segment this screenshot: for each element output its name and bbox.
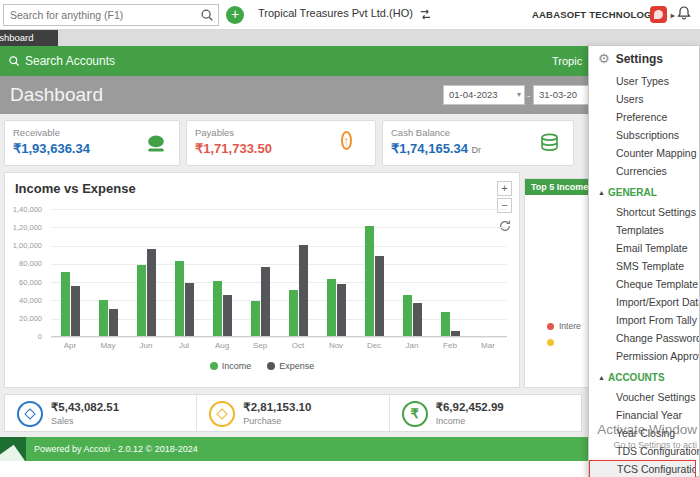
tab-label: Dashboard bbox=[0, 30, 33, 46]
settings-item-financial-year[interactable]: Financial Year bbox=[589, 406, 699, 424]
chevron-right-icon: ▸ bbox=[671, 11, 675, 20]
settings-item-users[interactable]: Users bbox=[589, 90, 699, 108]
purchase-label: Purchase bbox=[243, 416, 281, 426]
income-summary: ₹ ₹6,92,452.99 Income bbox=[390, 395, 581, 431]
x-tick: Dec bbox=[355, 341, 393, 350]
x-tick: Aug bbox=[203, 341, 241, 350]
org-name: AABASOFT TECHNOLOGIES bbox=[532, 9, 668, 20]
bar-expense-may bbox=[109, 309, 118, 336]
settings-item-counter-mapping[interactable]: Counter Mapping bbox=[589, 144, 699, 162]
settings-item-import-export-data[interactable]: Import/Export Data bbox=[589, 293, 699, 311]
tab-strip: Dashboard bbox=[0, 30, 700, 46]
y-tick: 40,000 bbox=[19, 296, 42, 305]
card-label: Cash Balance bbox=[391, 127, 450, 138]
search-input[interactable] bbox=[10, 5, 194, 25]
settings-item-voucher-settings[interactable]: Voucher Settings bbox=[589, 388, 699, 406]
purchase-summary: ₹2,81,153.10 Purchase bbox=[197, 395, 389, 431]
tab-dashboard[interactable]: Dashboard bbox=[0, 30, 58, 46]
bar-income-oct bbox=[289, 290, 298, 336]
y-tick: 0 bbox=[38, 332, 42, 341]
triangle-icon: ▲ bbox=[598, 189, 605, 196]
settings-item-cheque-template[interactable]: Cheque Template bbox=[589, 275, 699, 293]
company-selector[interactable]: Tropical Treasures Pvt Ltd.(HO) bbox=[258, 7, 413, 19]
receivable-icon bbox=[143, 131, 169, 157]
bell-icon[interactable] bbox=[676, 5, 693, 23]
bar-expense-nov bbox=[337, 284, 346, 336]
app-notification-icon[interactable] bbox=[650, 6, 667, 23]
search-accounts-icon[interactable] bbox=[8, 55, 20, 67]
bar-income-apr bbox=[61, 272, 70, 336]
sales-diamond-icon bbox=[17, 401, 43, 427]
settings-item-subscriptions[interactable]: Subscriptions bbox=[589, 126, 699, 144]
settings-item-email-template[interactable]: Email Template bbox=[589, 239, 699, 257]
y-tick: 1,00,000 bbox=[13, 241, 42, 250]
settings-item-templates[interactable]: Templates bbox=[589, 221, 699, 239]
settings-section-accounts[interactable]: ▲ACCOUNTS bbox=[589, 368, 699, 388]
settings-item-sms-template[interactable]: SMS Template bbox=[589, 257, 699, 275]
settings-item-year-closing[interactable]: Year Closing bbox=[589, 424, 699, 442]
company-refresh-icon[interactable] bbox=[418, 7, 433, 22]
bar-income-jul bbox=[175, 261, 184, 336]
x-tick: Apr bbox=[51, 341, 89, 350]
settings-item-user-types[interactable]: User Types bbox=[589, 72, 699, 90]
triangle-icon: ▲ bbox=[598, 374, 605, 381]
x-tick: Nov bbox=[317, 341, 355, 350]
settings-item-import-from-tally[interactable]: Import From Tally bbox=[589, 311, 699, 329]
income-legend-item: Intere bbox=[547, 321, 581, 331]
receivable-amount: ₹1,93,636.34 bbox=[13, 141, 90, 156]
bar-expense-aug bbox=[223, 295, 232, 336]
settings-item-preference[interactable]: Preference bbox=[589, 108, 699, 126]
x-tick: Feb bbox=[431, 341, 469, 350]
bar-income-may bbox=[99, 300, 108, 336]
settings-item-tds-configuration[interactable]: TDS Configuration bbox=[589, 442, 699, 460]
chart-plot-area bbox=[51, 209, 507, 337]
bar-group-sep bbox=[241, 267, 279, 336]
y-tick: 80,000 bbox=[19, 259, 42, 268]
chevron-down-icon: ▾ bbox=[517, 86, 521, 104]
chart-legend: IncomeExpense bbox=[5, 361, 519, 371]
app-window: + Tropical Treasures Pvt Ltd.(HO) AABASO… bbox=[0, 0, 700, 477]
payables-amount: ₹1,71,733.50 bbox=[195, 141, 272, 156]
search-accounts-button[interactable]: Search Accounts bbox=[25, 54, 115, 68]
chart-title: Income vs Expense bbox=[15, 181, 136, 196]
settings-item-tcs-configuration[interactable]: TCS Configuration bbox=[589, 460, 696, 477]
bar-expense-feb bbox=[451, 331, 460, 336]
settings-item-change-password[interactable]: Change Password bbox=[589, 329, 699, 347]
date-from-input[interactable]: 01-04-2023▾ bbox=[443, 85, 525, 105]
sales-label: Sales bbox=[51, 416, 74, 426]
search-icon[interactable] bbox=[200, 8, 214, 22]
settings-menu-header: ⚙Settings bbox=[589, 46, 699, 72]
bar-group-feb bbox=[431, 312, 469, 336]
income-label: Income bbox=[436, 416, 466, 426]
y-axis-labels: 1,40,0001,20,0001,00,00080,00060,00040,0… bbox=[5, 205, 47, 341]
arrow-up-icon: ↑ bbox=[339, 131, 365, 157]
cash-balance-amount: ₹1,74,165.34 Dr bbox=[391, 141, 481, 156]
cash-balance-card: Cash Balance ₹1,74,165.34 Dr bbox=[382, 120, 574, 166]
settings-item-permission-approval[interactable]: Permission Approval bbox=[589, 347, 699, 365]
sales-amount: ₹5,43,082.51 bbox=[51, 400, 119, 414]
income-amount: ₹6,92,452.99 bbox=[436, 400, 504, 414]
bar-income-jun bbox=[137, 265, 146, 336]
bar-expense-jan bbox=[413, 303, 422, 336]
add-button[interactable]: + bbox=[226, 6, 244, 24]
page-title: Dashboard bbox=[10, 84, 103, 106]
bar-expense-jul bbox=[185, 283, 194, 336]
income-expense-chart-panel: Income vs Expense + − 1,40,0001,20,0001,… bbox=[4, 172, 520, 388]
x-tick: Jul bbox=[165, 341, 203, 350]
bar-group-jan bbox=[393, 295, 431, 336]
global-search[interactable] bbox=[3, 4, 219, 26]
bar-group-aug bbox=[203, 281, 241, 336]
legend-income: Income bbox=[210, 361, 252, 371]
legend-dot bbox=[267, 362, 275, 370]
settings-title: Settings bbox=[616, 52, 663, 66]
x-tick: May bbox=[89, 341, 127, 350]
zoom-in-button[interactable]: + bbox=[497, 181, 512, 196]
settings-section-general[interactable]: ▲GENERAL bbox=[589, 183, 699, 203]
x-tick: Sep bbox=[241, 341, 279, 350]
date-to-value: 31-03-20 bbox=[539, 89, 577, 100]
settings-item-currencies[interactable]: Currencies bbox=[589, 162, 699, 180]
cash-suffix: Dr bbox=[472, 145, 482, 155]
settings-item-shortcut-settings[interactable]: Shortcut Settings bbox=[589, 203, 699, 221]
accoxi-logo bbox=[0, 437, 26, 461]
legend-dot bbox=[547, 339, 554, 346]
